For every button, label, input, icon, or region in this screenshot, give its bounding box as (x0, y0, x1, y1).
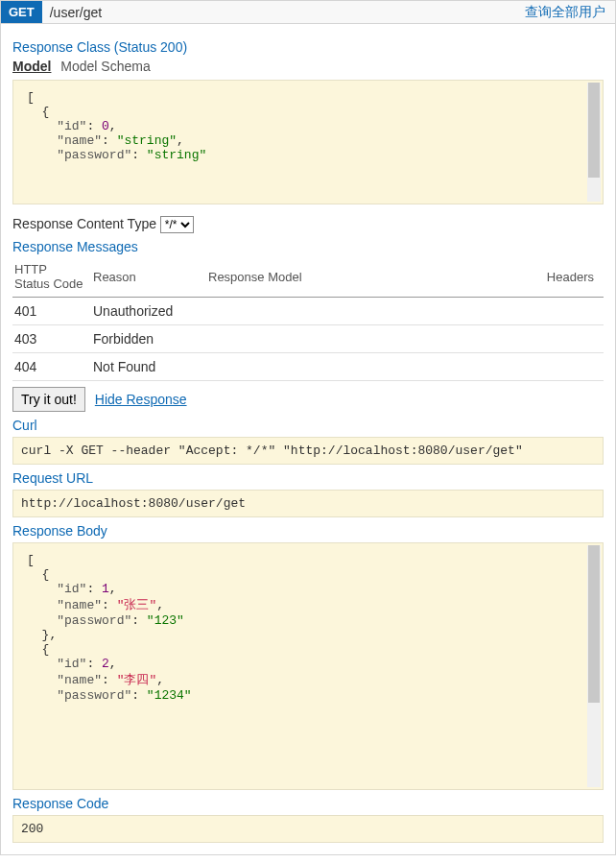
operation-header[interactable]: GET /user/get 查询全部用户 (0, 0, 616, 24)
endpoint-path: /user/get (42, 5, 525, 20)
status-code-cell: 401 (12, 298, 91, 325)
try-it-out-button[interactable]: Try it out! (12, 387, 85, 412)
status-code-cell: 404 (12, 353, 91, 381)
curl-command-block[interactable]: curl -X GET --header "Accept: */*" "http… (12, 437, 604, 465)
response-messages-title: Response Messages (12, 239, 604, 254)
scrollbar[interactable] (587, 83, 601, 202)
model-tab[interactable]: Model (12, 59, 51, 74)
hide-response-link[interactable]: Hide Response (95, 392, 187, 407)
response-body-text: [ { "id": 1, "name": "张三", "password": "… (27, 553, 192, 703)
response-code-block[interactable]: 200 (12, 815, 604, 843)
action-row: Try it out! Hide Response (12, 387, 604, 412)
operation-body: Response Class (Status 200) Model Model … (0, 24, 616, 855)
content-type-select[interactable]: */* (160, 216, 194, 233)
response-code-title: Response Code (12, 796, 604, 811)
reason-cell: Forbidden (91, 325, 206, 353)
reason-cell: Unauthorized (91, 298, 206, 325)
response-body-block[interactable]: [ { "id": 1, "name": "张三", "password": "… (12, 542, 604, 790)
response-content-type-label: Response Content Type (12, 216, 156, 231)
table-row: 404 Not Found (12, 353, 604, 381)
request-url-title: Request URL (12, 470, 604, 486)
reason-cell: Not Found (91, 353, 206, 381)
col-reason: Reason (91, 258, 206, 298)
col-response-model: Response Model (206, 258, 527, 298)
table-row: 401 Unauthorized (12, 298, 604, 325)
response-content-type-row: Response Content Type */* (12, 216, 604, 233)
curl-title: Curl (12, 418, 604, 433)
http-method-badge: GET (1, 1, 42, 23)
model-schema-tab[interactable]: Model Schema (60, 59, 150, 74)
response-class-title: Response Class (Status 200) (12, 39, 604, 55)
response-messages-table: HTTP Status Code Reason Response Model H… (12, 258, 604, 381)
status-code-cell: 403 (12, 325, 91, 353)
schema-toggle: Model Model Schema (12, 59, 604, 74)
scrollbar[interactable] (587, 545, 601, 787)
request-url-block[interactable]: http://localhost:8080/user/get (12, 490, 604, 517)
col-status-code: HTTP Status Code (12, 258, 91, 298)
model-schema-block[interactable]: [ { "id": 0, "name": "string", "password… (12, 80, 604, 204)
table-row: 403 Forbidden (12, 325, 604, 353)
operation-description: 查询全部用户 (525, 4, 615, 21)
model-schema-text: [ { "id": 0, "name": "string", "password… (27, 90, 206, 162)
col-headers: Headers (527, 258, 604, 298)
response-body-title: Response Body (12, 523, 604, 539)
